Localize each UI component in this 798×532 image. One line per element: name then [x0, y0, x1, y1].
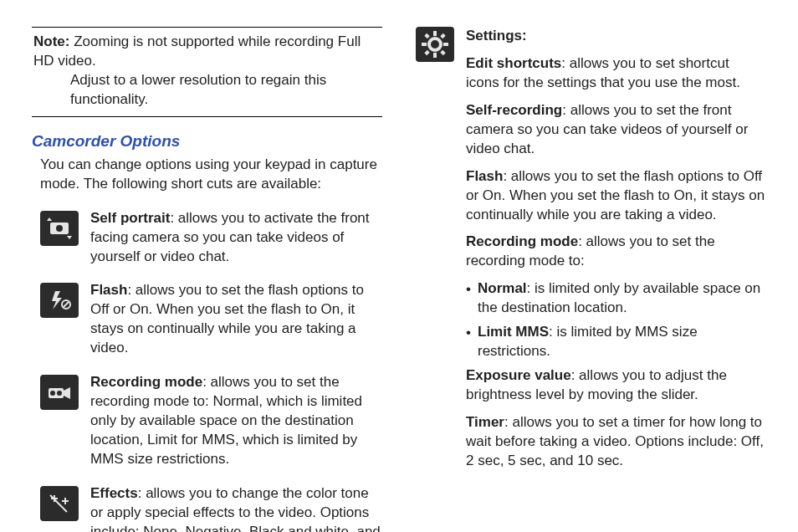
bullet-title: Limit MMS: [478, 324, 549, 340]
svg-line-3: [64, 302, 69, 307]
option-text: Effects: allows you to change the color …: [90, 484, 382, 532]
option-row: Self portrait: allows you to activate th…: [32, 209, 382, 267]
item-title: Flash: [466, 168, 503, 184]
svg-point-6: [57, 391, 62, 396]
item-title: Recording mode: [466, 233, 578, 249]
svg-rect-17: [424, 33, 429, 38]
svg-rect-19: [424, 50, 429, 55]
svg-point-1: [56, 225, 63, 232]
settings-item: Edit shortcuts: allows you to set shortc…: [466, 54, 766, 93]
svg-rect-20: [440, 50, 445, 55]
item-desc: : allows you to set a timer for how long…: [466, 414, 764, 468]
bullet-dot: •: [466, 279, 478, 318]
note-line2: Adjust to a lower resolution to regain t…: [33, 71, 381, 110]
bullet-item: • Limit MMS: is limited by MMS size rest…: [466, 323, 766, 361]
columns: Note: Zooming is not supported while rec…: [32, 27, 766, 532]
settings-header: Settings: Edit shortcuts: allows you to …: [466, 27, 766, 93]
option-title: Flash: [90, 282, 127, 298]
bullet-title: Normal: [478, 280, 527, 296]
note-box: Note: Zooming is not supported while rec…: [32, 27, 382, 117]
option-text: Self portrait: allows you to activate th…: [90, 209, 382, 267]
note-label: Note:: [33, 33, 69, 49]
item-title: Exposure value: [466, 367, 571, 383]
settings-item: Recording mode: allows you to set the re…: [466, 233, 766, 271]
item-title: Edit shortcuts: [466, 55, 561, 71]
effects-icon: [40, 486, 79, 521]
svg-point-5: [50, 391, 55, 396]
option-desc: : allows you to set the flash options to…: [90, 282, 364, 356]
item-title: Timer: [466, 414, 504, 430]
option-title: Self portrait: [90, 210, 170, 226]
option-title: Recording mode: [90, 374, 202, 390]
option-row: Flash: allows you to set the flash optio…: [32, 281, 382, 358]
item-desc: : allows you to set the flash options to…: [466, 168, 765, 223]
item-title: Self-recording: [466, 102, 562, 118]
option-row: Effects: allows you to change the color …: [32, 484, 382, 532]
bullet-item: • Normal: is limited only by available s…: [466, 279, 766, 318]
svg-rect-14: [433, 53, 437, 58]
bullet-dot: •: [466, 323, 478, 361]
gear-icon: [416, 27, 454, 62]
option-text: Recording mode: allows you to set the re…: [90, 373, 382, 469]
svg-point-12: [429, 38, 441, 50]
settings-block: Settings: Edit shortcuts: allows you to …: [416, 27, 766, 471]
option-text: Flash: allows you to set the flash optio…: [90, 281, 382, 358]
note-line1: Zooming is not supported while recording…: [33, 33, 361, 69]
svg-rect-18: [440, 33, 445, 38]
svg-rect-13: [433, 31, 437, 36]
svg-rect-16: [443, 43, 448, 46]
self-portrait-icon: [40, 211, 79, 246]
settings-item: Timer: allows you to set a timer for how…: [466, 413, 766, 471]
section-title: Camcorder Options: [32, 132, 382, 151]
intro-text: You can change options using your keypad…: [32, 156, 382, 194]
right-column: Settings: Edit shortcuts: allows you to …: [416, 27, 766, 532]
page: Note: Zooming is not supported while rec…: [0, 0, 798, 532]
flash-icon: [40, 283, 79, 318]
left-column: Note: Zooming is not supported while rec…: [32, 27, 382, 532]
recording-mode-icon: [40, 375, 79, 410]
svg-rect-15: [422, 43, 427, 46]
option-title: Effects: [90, 485, 138, 501]
settings-item: Self-recording: allows you to set the fr…: [466, 101, 766, 159]
settings-item: Exposure value: allows you to adjust the…: [466, 366, 766, 405]
settings-heading: Settings:: [466, 28, 527, 43]
option-row: Recording mode: allows you to set the re…: [32, 373, 382, 469]
settings-item: Flash: allows you to set the flash optio…: [466, 167, 766, 225]
